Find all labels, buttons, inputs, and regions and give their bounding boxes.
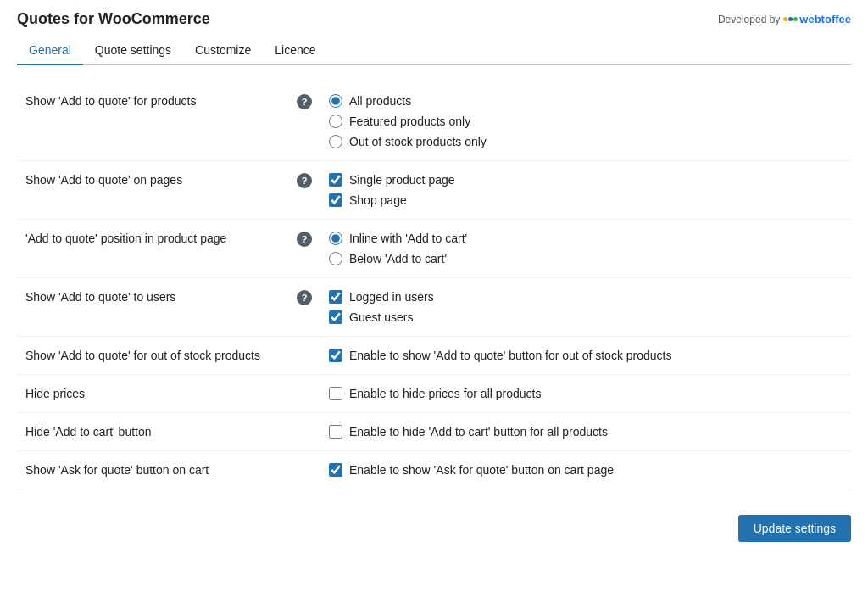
page-title: Quotes for WooCommerce xyxy=(17,10,210,28)
setting-label-add-to-quote-position: 'Add to quote' position in product page xyxy=(17,220,288,278)
input-show-add-to-quote-products-0[interactable] xyxy=(329,94,342,108)
settings-row-show-add-to-quote-products: Show 'Add to quote' for products?All pro… xyxy=(17,82,851,161)
control-cell-show-add-to-quote-products: All productsFeatured products onlyOut of… xyxy=(320,82,851,161)
developed-by: Developed by webtoffee xyxy=(718,13,851,25)
help-cell-show-add-to-quote-out-of-stock xyxy=(288,337,320,375)
input-show-ask-for-quote-cart-0[interactable] xyxy=(329,463,342,477)
setting-label-show-ask-for-quote-cart: Show 'Ask for quote' button on cart xyxy=(17,451,288,489)
settings-row-hide-prices: Hide pricesEnable to hide prices for all… xyxy=(17,375,851,413)
control-cell-hide-add-to-cart: Enable to hide 'Add to cart' button for … xyxy=(320,413,851,451)
settings-row-show-add-to-quote-users: Show 'Add to quote' to users?Logged in u… xyxy=(17,278,851,337)
option-label-hide-add-to-cart-0: Enable to hide 'Add to cart' button for … xyxy=(349,425,608,439)
input-show-add-to-quote-products-2[interactable] xyxy=(329,135,342,148)
option-show-ask-for-quote-cart-0[interactable]: Enable to show 'Ask for quote' button on… xyxy=(329,463,843,477)
option-show-add-to-quote-products-1[interactable]: Featured products only xyxy=(329,115,843,128)
input-show-add-to-quote-products-1[interactable] xyxy=(329,115,342,128)
tab-licence[interactable]: Licence xyxy=(263,36,327,65)
help-cell-show-ask-for-quote-cart xyxy=(288,451,320,489)
input-add-to-quote-position-0[interactable] xyxy=(329,232,342,245)
input-hide-add-to-cart-0[interactable] xyxy=(329,425,342,439)
option-show-add-to-quote-pages-1[interactable]: Shop page xyxy=(329,193,843,207)
settings-row-add-to-quote-position: 'Add to quote' position in product page?… xyxy=(17,220,851,278)
settings-table: Show 'Add to quote' for products?All pro… xyxy=(17,82,851,489)
option-label-show-add-to-quote-pages-0: Single product page xyxy=(349,173,455,187)
setting-label-show-add-to-quote-out-of-stock: Show 'Add to quote' for out of stock pro… xyxy=(17,337,288,375)
option-show-add-to-quote-pages-0[interactable]: Single product page xyxy=(329,173,843,187)
option-label-show-add-to-quote-pages-1: Shop page xyxy=(349,193,407,207)
dot-yellow xyxy=(783,17,787,21)
option-hide-prices-0[interactable]: Enable to hide prices for all products xyxy=(329,387,843,400)
setting-label-show-add-to-quote-users: Show 'Add to quote' to users xyxy=(17,278,288,337)
dot-blue xyxy=(788,17,793,21)
input-hide-prices-0[interactable] xyxy=(329,387,342,400)
option-hide-add-to-cart-0[interactable]: Enable to hide 'Add to cart' button for … xyxy=(329,425,843,439)
option-label-show-add-to-quote-out-of-stock-0: Enable to show 'Add to quote' button for… xyxy=(349,349,671,362)
setting-label-show-add-to-quote-products: Show 'Add to quote' for products xyxy=(17,82,288,161)
control-cell-show-ask-for-quote-cart: Enable to show 'Ask for quote' button on… xyxy=(320,451,851,489)
option-label-show-add-to-quote-users-1: Guest users xyxy=(349,310,413,324)
option-label-hide-prices-0: Enable to hide prices for all products xyxy=(349,387,541,400)
option-show-add-to-quote-users-1[interactable]: Guest users xyxy=(329,310,843,324)
dot-green xyxy=(793,17,798,21)
control-cell-show-add-to-quote-users: Logged in usersGuest users xyxy=(320,278,851,337)
option-add-to-quote-position-0[interactable]: Inline with 'Add to cart' xyxy=(329,232,843,245)
input-show-add-to-quote-users-1[interactable] xyxy=(329,310,342,324)
help-cell-hide-prices xyxy=(288,375,320,413)
option-label-show-add-to-quote-products-0: All products xyxy=(349,94,411,108)
logo-text: webtoffee xyxy=(799,13,851,25)
input-show-add-to-quote-pages-0[interactable] xyxy=(329,173,342,187)
control-cell-hide-prices: Enable to hide prices for all products xyxy=(320,375,851,413)
help-icon-add-to-quote-position[interactable]: ? xyxy=(297,232,312,247)
webtoffee-logo: webtoffee xyxy=(783,13,851,25)
settings-row-show-add-to-quote-out-of-stock: Show 'Add to quote' for out of stock pro… xyxy=(17,337,851,375)
option-show-add-to-quote-products-0[interactable]: All products xyxy=(329,94,843,108)
option-show-add-to-quote-products-2[interactable]: Out of stock products only xyxy=(329,135,843,148)
update-settings-button[interactable]: Update settings xyxy=(738,515,851,542)
setting-label-show-add-to-quote-pages: Show 'Add to quote' on pages xyxy=(17,161,288,220)
option-show-add-to-quote-out-of-stock-0[interactable]: Enable to show 'Add to quote' button for… xyxy=(329,349,843,362)
option-label-add-to-quote-position-1: Below 'Add to cart' xyxy=(349,252,447,265)
input-add-to-quote-position-1[interactable] xyxy=(329,252,342,265)
setting-label-hide-prices: Hide prices xyxy=(17,375,288,413)
option-label-show-add-to-quote-products-2: Out of stock products only xyxy=(349,135,487,148)
settings-row-hide-add-to-cart: Hide 'Add to cart' buttonEnable to hide … xyxy=(17,413,851,451)
control-cell-show-add-to-quote-pages: Single product pageShop page xyxy=(320,161,851,220)
option-label-show-add-to-quote-products-1: Featured products only xyxy=(349,115,470,128)
settings-row-show-add-to-quote-pages: Show 'Add to quote' on pages?Single prod… xyxy=(17,161,851,220)
input-show-add-to-quote-users-0[interactable] xyxy=(329,290,342,304)
tabs-nav: General Quote settings Customize Licence xyxy=(17,36,851,65)
logo-dots xyxy=(783,17,798,21)
help-icon-show-add-to-quote-products[interactable]: ? xyxy=(297,94,312,109)
help-cell-show-add-to-quote-pages[interactable]: ? xyxy=(288,161,320,220)
input-show-add-to-quote-pages-1[interactable] xyxy=(329,193,342,207)
input-show-add-to-quote-out-of-stock-0[interactable] xyxy=(329,349,342,362)
option-label-add-to-quote-position-0: Inline with 'Add to cart' xyxy=(349,232,467,245)
control-cell-add-to-quote-position: Inline with 'Add to cart'Below 'Add to c… xyxy=(320,220,851,278)
page-header: Quotes for WooCommerce Developed by webt… xyxy=(17,0,851,28)
tab-quote-settings[interactable]: Quote settings xyxy=(83,36,183,65)
setting-label-hide-add-to-cart: Hide 'Add to cart' button xyxy=(17,413,288,451)
option-show-add-to-quote-users-0[interactable]: Logged in users xyxy=(329,290,843,304)
help-icon-show-add-to-quote-users[interactable]: ? xyxy=(297,290,312,305)
help-cell-add-to-quote-position[interactable]: ? xyxy=(288,220,320,278)
option-label-show-add-to-quote-users-0: Logged in users xyxy=(349,290,434,304)
help-cell-show-add-to-quote-users[interactable]: ? xyxy=(288,278,320,337)
control-cell-show-add-to-quote-out-of-stock: Enable to show 'Add to quote' button for… xyxy=(320,337,851,375)
option-add-to-quote-position-1[interactable]: Below 'Add to cart' xyxy=(329,252,843,265)
tab-general[interactable]: General xyxy=(17,36,83,65)
settings-row-show-ask-for-quote-cart: Show 'Ask for quote' button on cartEnabl… xyxy=(17,451,851,489)
option-label-show-ask-for-quote-cart-0: Enable to show 'Ask for quote' button on… xyxy=(349,463,614,477)
help-cell-hide-add-to-cart xyxy=(288,413,320,451)
help-cell-show-add-to-quote-products[interactable]: ? xyxy=(288,82,320,161)
tab-customize[interactable]: Customize xyxy=(183,36,263,65)
help-icon-show-add-to-quote-pages[interactable]: ? xyxy=(297,173,312,188)
